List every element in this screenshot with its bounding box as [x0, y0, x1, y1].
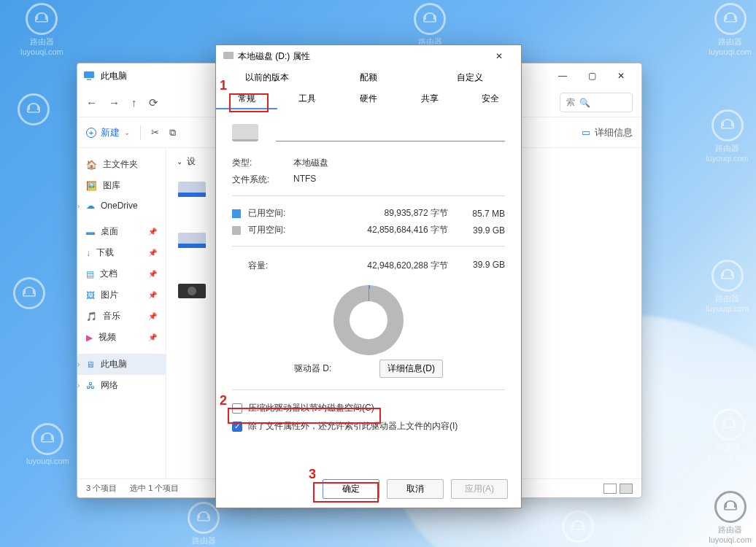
chevron-right-icon[interactable]: › [77, 381, 80, 389]
watermark: 路由器luyouqi.com [709, 491, 752, 544]
general-tab-content: 类型:本地磁盘 文件系统:NTFS 已用空间: 89,935,872 字节 85… [216, 109, 521, 443]
view-grid-button[interactable] [620, 484, 633, 494]
minimize-button[interactable]: — [548, 66, 577, 86]
chevron-right-icon[interactable]: › [77, 360, 80, 368]
lock-icon [26, 3, 58, 35]
lock-icon [711, 109, 744, 141]
svg-rect-5 [178, 244, 206, 248]
drive-icon [223, 51, 234, 61]
tab-row-primary: 常规 工具 硬件 共享 安全 [216, 88, 521, 109]
sidebar-videos[interactable]: ▶ 视频📌 [77, 327, 166, 348]
watermark: 路由器luyouqi.com [706, 109, 749, 163]
search-input[interactable]: 索 🔍 [560, 93, 633, 112]
free-swatch [232, 226, 241, 235]
volume-label-input[interactable] [276, 125, 505, 141]
new-button[interactable]: + 新建 ⌄ [86, 126, 130, 139]
tab-custom[interactable]: 自定义 [420, 67, 521, 88]
music-icon: 🎵 [86, 311, 97, 322]
lock-icon [31, 423, 63, 455]
drive-c[interactable] [177, 175, 207, 206]
free-human: 39.9 GB [454, 225, 505, 236]
network-icon: 🖧 [86, 381, 95, 391]
apply-button[interactable]: 应用(A) [451, 479, 508, 499]
used-label: 已用空间: [248, 207, 292, 220]
tab-quota[interactable]: 配额 [317, 67, 419, 88]
cut-icon[interactable]: ✂ [151, 127, 159, 138]
lock-icon [714, 491, 747, 523]
watermark [562, 511, 594, 544]
svg-point-7 [188, 287, 196, 295]
usage-donut [333, 285, 404, 355]
watermark: 路由器luyouqi.com [706, 260, 749, 313]
close-button[interactable]: ✕ [606, 66, 636, 86]
lock-icon [714, 3, 747, 35]
sidebar: 🏠 主文件夹 🖼️ 图库 › ☁ OneDrive ▬ 桌面📌 ↓ 下载📌 [77, 148, 166, 478]
nav-up[interactable]: ↑ [131, 96, 137, 109]
nav-back[interactable]: ← [86, 96, 97, 109]
close-button[interactable]: ✕ [485, 46, 514, 66]
copy-icon[interactable]: ⧉ [169, 127, 176, 139]
sidebar-thispc[interactable]: › 🖥 此电脑 [77, 354, 166, 375]
sidebar-downloads[interactable]: ↓ 下载📌 [77, 242, 166, 263]
nav-forward[interactable]: → [109, 96, 120, 109]
sidebar-home[interactable]: 🏠 主文件夹 [77, 154, 166, 175]
capacity-human: 39.9 GB [454, 260, 505, 272]
download-icon: ↓ [86, 248, 90, 258]
sidebar-pictures[interactable]: 🖼 图片📌 [77, 284, 166, 306]
maximize-button[interactable]: ▢ [577, 66, 606, 86]
video-icon: ▶ [86, 333, 93, 343]
lock-icon [562, 511, 594, 543]
cloud-icon: ☁ [86, 201, 95, 211]
svg-rect-1 [87, 79, 91, 80]
free-label: 可用空间: [248, 224, 292, 236]
index-checkbox[interactable]: ✓ [232, 422, 242, 432]
sidebar-onedrive[interactable]: › ☁ OneDrive [77, 196, 166, 215]
fs-value: NTFS [293, 174, 316, 186]
drive-e[interactable] [177, 277, 207, 308]
fs-label: 文件系统: [232, 174, 273, 186]
properties-dialog: 本地磁盘 (D:) 属性 ✕ 以前的版本 配额 自定义 常规 工具 硬件 共享 … [215, 44, 522, 508]
home-icon: 🏠 [86, 160, 97, 170]
compress-row[interactable]: 压缩此驱动器以节约磁盘空间(C) [232, 399, 505, 417]
watermark: 路由器luyouqi.com [182, 502, 225, 547]
type-value: 本地磁盘 [293, 157, 328, 169]
sidebar-desktop[interactable]: ▬ 桌面📌 [77, 221, 166, 242]
sidebar-music[interactable]: 🎵 音乐📌 [77, 306, 166, 327]
index-row[interactable]: ✓ 除了文件属性外，还允许索引此驱动器上文件的内容(I) [232, 417, 505, 435]
free-bytes: 42,858,684,416 字节 [298, 224, 448, 236]
ok-button[interactable]: 确定 [323, 479, 379, 499]
tab-sharing[interactable]: 共享 [399, 88, 460, 109]
dialog-titlebar[interactable]: 本地磁盘 (D:) 属性 ✕ [216, 45, 521, 67]
type-label: 类型: [232, 157, 273, 169]
status-selected: 选中 1 个项目 [130, 483, 179, 494]
chevron-right-icon[interactable]: › [77, 202, 80, 210]
details-button[interactable]: 详细信息 [595, 126, 633, 139]
watermark: 路由器luyouqi.com [709, 3, 752, 56]
svg-rect-0 [84, 71, 94, 78]
nav-refresh[interactable]: ⟳ [149, 96, 158, 109]
cancel-button[interactable]: 取消 [387, 479, 444, 499]
desktop-icon: ▬ [86, 227, 95, 237]
used-bytes: 89,935,872 字节 [298, 207, 448, 220]
lock-icon [414, 3, 446, 35]
compress-label: 压缩此驱动器以节约磁盘空间(C) [248, 402, 374, 414]
compress-checkbox[interactable] [232, 403, 242, 414]
dialog-buttons: 确定 取消 应用(A) [216, 472, 521, 508]
disk-details-button[interactable]: 详细信息(D) [379, 360, 443, 378]
search-icon: 🔍 [579, 98, 590, 108]
used-swatch [232, 209, 241, 218]
svg-rect-8 [223, 52, 234, 59]
index-label: 除了文件属性外，还允许索引此驱动器上文件的内容(I) [248, 420, 458, 432]
pictures-icon: 🖼 [86, 290, 95, 300]
sidebar-network[interactable]: › 🖧 网络 [77, 375, 166, 396]
view-list-button[interactable] [603, 484, 617, 494]
sidebar-gallery[interactable]: 🖼️ 图库 [77, 175, 166, 196]
used-human: 85.7 MB [454, 209, 505, 219]
tab-general[interactable]: 常规 [216, 88, 277, 109]
tab-security[interactable]: 安全 [460, 88, 521, 109]
sidebar-documents[interactable]: ▤ 文档📌 [77, 263, 166, 284]
tab-tools[interactable]: 工具 [277, 88, 339, 109]
tab-previous-versions[interactable]: 以前的版本 [216, 67, 317, 88]
tab-hardware[interactable]: 硬件 [338, 88, 399, 109]
capacity-bytes: 42,948,620,288 字节 [292, 260, 448, 272]
